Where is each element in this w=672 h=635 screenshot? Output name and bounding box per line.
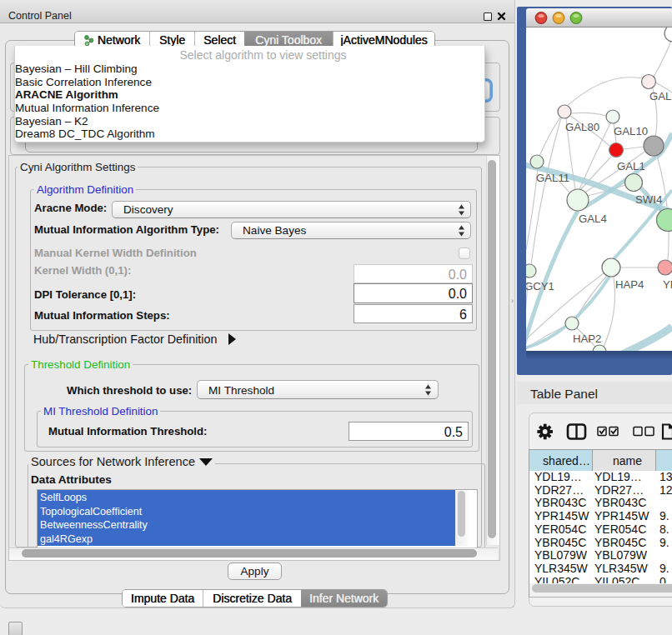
svg-text:GCY1: GCY1: [526, 280, 554, 292]
svg-text:GAL80: GAL80: [565, 121, 599, 133]
svg-text:YP: YP: [663, 278, 672, 291]
svg-text:GAL10: GAL10: [614, 125, 648, 138]
svg-text:GAL7: GAL7: [649, 90, 672, 102]
svg-text:GAL1: GAL1: [617, 160, 645, 172]
svg-text:SWI4: SWI4: [635, 193, 662, 206]
svg-text:GAL4: GAL4: [579, 212, 607, 225]
svg-text:HAP2: HAP2: [573, 332, 601, 345]
svg-text:GAL11: GAL11: [536, 172, 569, 184]
svg-text:HAP4: HAP4: [615, 278, 644, 291]
